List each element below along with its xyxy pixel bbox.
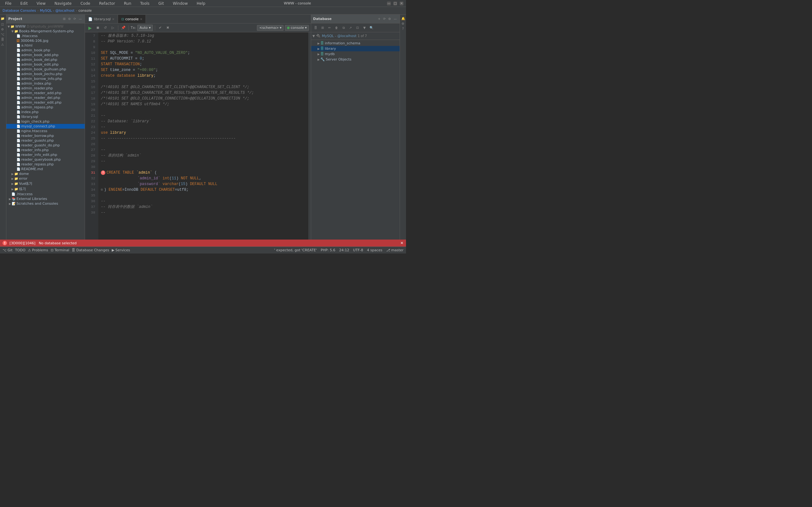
menu-git[interactable]: Git bbox=[156, 1, 166, 6]
console-pill[interactable]: console ▾ bbox=[285, 25, 309, 31]
git-bottom-btn[interactable]: ⌥ Git bbox=[3, 248, 13, 252]
menu-window[interactable]: Window bbox=[170, 1, 190, 6]
db-action-hide[interactable]: — bbox=[393, 17, 398, 21]
db-item-library[interactable]: ▶ 🗄 library bbox=[311, 46, 400, 51]
code-content[interactable]: -- 服务器版本: 5.7.18-log -- PHP Version: 7.0… bbox=[98, 32, 308, 239]
tree-scratches[interactable]: ▶ 📝 Scratches and Consoles bbox=[6, 201, 85, 206]
tree-admin-reader[interactable]: 📄 admin_reader.php bbox=[6, 86, 85, 91]
breadcrumb-mysql[interactable]: MySQL - @localhost bbox=[40, 9, 74, 13]
tree-admin-book-guihuan[interactable]: 📄 admin_book_guihuan.php bbox=[6, 67, 85, 72]
db-btn-console[interactable]: ⊡ bbox=[354, 25, 361, 31]
db-item-server-objects[interactable]: ▶ 🔧 Server Objects bbox=[311, 57, 400, 62]
tree-reader-info[interactable]: 📄 reader_info.php bbox=[6, 148, 85, 153]
services-bottom-btn[interactable]: ▶ Services bbox=[112, 248, 130, 252]
terminal-bottom-btn[interactable]: ⊡ Terminal bbox=[51, 248, 69, 252]
tree-library-sql[interactable]: 📄 library.sql bbox=[6, 114, 85, 119]
tree-books-folder[interactable]: ▼ 📁 Books-Mangement-System-php bbox=[6, 29, 85, 34]
tree-dome[interactable]: ▶ 📁 dome bbox=[6, 171, 85, 176]
menu-navigate[interactable]: Navigate bbox=[52, 1, 74, 6]
tab-library-sql-close[interactable]: ✕ bbox=[112, 17, 114, 21]
indent-label[interactable]: 4 spaces bbox=[367, 248, 383, 252]
menu-file[interactable]: File bbox=[3, 1, 14, 6]
tree-admin-book-edit[interactable]: 📄 admin_book_edit.php bbox=[6, 62, 85, 67]
tree-admin-book-jiechu[interactable]: 📄 admin_book_jiechu.php bbox=[6, 72, 85, 76]
todo-bottom-btn[interactable]: TODO bbox=[15, 248, 26, 252]
panel-action-settings[interactable]: ⚙ bbox=[67, 17, 72, 21]
encoding-label[interactable]: UTF-8 bbox=[353, 248, 363, 252]
tree-nginx-htaccess[interactable]: 📄 nginx.htaccess bbox=[6, 129, 85, 133]
breadcrumb-db-consoles[interactable]: Database Consoles bbox=[3, 9, 36, 13]
rollback-button[interactable]: ✖ bbox=[165, 25, 171, 31]
structure-icon[interactable]: ◫ bbox=[0, 21, 5, 26]
problems-bottom-btn[interactable]: ⚠ Problems bbox=[28, 248, 48, 252]
menu-edit[interactable]: Edit bbox=[18, 1, 30, 6]
tree-reader-guashi-do[interactable]: 📄 reader_guashi_do.php bbox=[6, 143, 85, 148]
maximize-button[interactable]: □ bbox=[393, 2, 397, 5]
git-strip-icon[interactable]: ⌥ bbox=[0, 32, 5, 37]
tree-admin-index[interactable]: 📄 admin_index.php bbox=[6, 81, 85, 86]
cursor-position[interactable]: 24:12 bbox=[339, 248, 349, 252]
error-close-button[interactable]: ✕ bbox=[400, 241, 403, 245]
tree-jpg[interactable]: 🖼 300046-106.jpg bbox=[6, 38, 85, 43]
problems-strip-icon[interactable]: ⚠ bbox=[0, 42, 5, 47]
tab-console-close[interactable]: ✕ bbox=[140, 17, 142, 21]
db-item-information-schema[interactable]: ▶ 🗄 information_schema bbox=[311, 41, 400, 46]
db-btn-delete[interactable]: 🗑 bbox=[334, 25, 340, 31]
rerun-button[interactable]: ↺ bbox=[102, 25, 108, 31]
panel-action-hide[interactable]: — bbox=[78, 17, 83, 21]
tree-error[interactable]: ▶ 📁 error bbox=[6, 176, 85, 181]
db-action-new[interactable]: + bbox=[377, 17, 381, 21]
tree-admin-repass[interactable]: 📄 admin_repass.php bbox=[6, 105, 85, 110]
tree-practice[interactable]: ▶ 📁 练习 bbox=[6, 186, 85, 192]
menu-help[interactable]: Help bbox=[194, 1, 208, 6]
tree-reader-info-edit[interactable]: 📄 reader_info_edit.php bbox=[6, 153, 85, 157]
menu-refactor[interactable]: Refactor bbox=[96, 1, 117, 6]
db-action-refresh[interactable]: ⟳ bbox=[382, 17, 387, 21]
menu-view[interactable]: View bbox=[34, 1, 48, 6]
db-btn-jump[interactable]: ↗ bbox=[347, 25, 354, 31]
vertical-scrollbar[interactable] bbox=[308, 32, 311, 239]
project-icon[interactable]: 📁 bbox=[0, 16, 5, 21]
db-btn-duplicate[interactable]: ⧉ bbox=[340, 25, 347, 31]
pin-button[interactable]: 📌 bbox=[120, 25, 126, 31]
tree-admin-borrow[interactable]: 📄 admin_borrow_info.php bbox=[6, 76, 85, 81]
php-version[interactable]: PHP: 5.6 bbox=[321, 248, 335, 252]
tab-library-sql[interactable]: 📄 library.sql ✕ bbox=[85, 15, 118, 23]
tree-reader-borrow[interactable]: 📄 reader_borrow.php bbox=[6, 133, 85, 138]
tree-login-check[interactable]: 📄 login_check.php bbox=[6, 119, 85, 124]
db-btn-edit[interactable]: ✏ bbox=[326, 25, 333, 31]
tree-vue[interactable]: ▶ 📁 Vue练习 bbox=[6, 181, 85, 186]
tree-external-libs[interactable]: ▶ 📚 External Libraries bbox=[6, 196, 85, 201]
right-icon-2[interactable]: ⚙ bbox=[401, 21, 406, 26]
db-btn-new-table[interactable]: ⊞ bbox=[319, 25, 326, 31]
right-icon-1[interactable]: 🔔 bbox=[401, 16, 406, 21]
db-connection-label[interactable]: MySQL - @localhost bbox=[322, 34, 357, 38]
panel-action-sync[interactable]: ⟳ bbox=[72, 17, 77, 21]
tree-admin-book[interactable]: 📄 admin_book.php bbox=[6, 48, 85, 53]
tree-ahtml[interactable]: 📄 a.html bbox=[6, 43, 85, 48]
tree-root-htaccess[interactable]: 📄 .htaccess bbox=[6, 192, 85, 196]
tree-reader-repass[interactable]: 📄 reader_repass.php bbox=[6, 162, 85, 167]
db-strip-icon[interactable]: 🗄 bbox=[0, 37, 5, 42]
db-item-mydb[interactable]: ▶ 🗄 mydb bbox=[311, 51, 400, 57]
db-action-settings[interactable]: ⚙ bbox=[387, 17, 392, 21]
tree-admin-book-add[interactable]: 📄 admin_book_add.php bbox=[6, 53, 85, 57]
tree-admin-reader-del[interactable]: 📄 admin_reader_del.php bbox=[6, 95, 85, 100]
tree-reader-querybook[interactable]: 📄 reader_querybook.php bbox=[6, 157, 85, 162]
tree-root-www[interactable]: ▼ 📁 WWW D:\phpstudy_pro\WWW bbox=[6, 24, 85, 29]
tree-admin-reader-edit[interactable]: 📄 admin_reader_edit.php bbox=[6, 100, 85, 105]
tree-htaccess[interactable]: 📄 .htaccess bbox=[6, 34, 85, 38]
tree-readme[interactable]: 📄 README.md bbox=[6, 167, 85, 171]
panel-action-expand[interactable]: ⊞ bbox=[62, 17, 66, 21]
tree-admin-reader-add[interactable]: 📄 admin_reader_add.php bbox=[6, 91, 85, 95]
right-icon-3[interactable]: ? bbox=[401, 26, 406, 31]
minimize-button[interactable]: — bbox=[387, 2, 391, 5]
menu-run[interactable]: Run bbox=[121, 1, 134, 6]
tree-mysql-connect[interactable]: 📄 mysql_connect.php bbox=[6, 124, 85, 129]
tx-dropdown[interactable]: Auto ▾ bbox=[137, 25, 153, 31]
db-changes-bottom-btn[interactable]: 🗄 Database Changes bbox=[72, 248, 109, 252]
git-branch[interactable]: ⎇ master bbox=[386, 248, 403, 252]
run-button[interactable]: ▶ bbox=[87, 25, 93, 31]
db-btn-new-schema[interactable]: 🗄 bbox=[312, 25, 319, 31]
commit-button[interactable]: ✔ bbox=[157, 25, 163, 31]
